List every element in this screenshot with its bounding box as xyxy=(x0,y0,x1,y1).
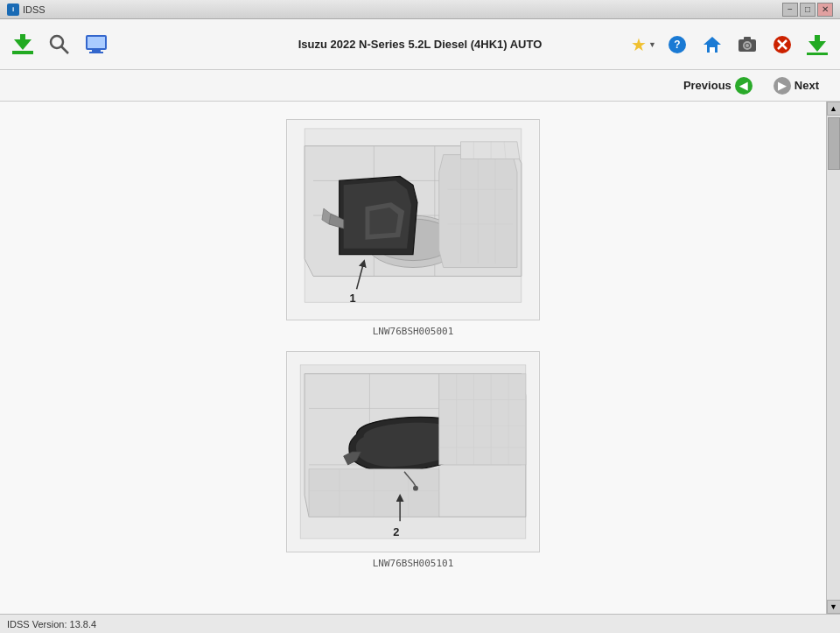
svg-text:1: 1 xyxy=(350,292,356,305)
window-controls: − □ ✕ xyxy=(782,3,833,17)
star-button[interactable]: ★ ▼ xyxy=(629,27,658,62)
scroll-down-button[interactable]: ▼ xyxy=(827,600,841,614)
diagram-block-2: 2 LNW76BSH005101 xyxy=(35,351,791,569)
svg-rect-7 xyxy=(92,49,101,52)
previous-button[interactable]: Previous ◀ xyxy=(676,74,760,98)
app-icon: i xyxy=(7,4,19,16)
diagram-caption-2: LNW76BSH005101 xyxy=(373,558,454,569)
title-text: Isuzu 2022 N-Series 5.2L Diesel (4HK1) A… xyxy=(298,38,542,51)
svg-point-59 xyxy=(413,486,418,491)
diagram-caption-1: LNW76BSH005001 xyxy=(373,326,454,337)
camera-icon xyxy=(737,34,758,55)
next-icon: ▶ xyxy=(774,77,791,95)
svg-text:?: ? xyxy=(674,39,680,51)
previous-icon: ◀ xyxy=(735,77,752,95)
svg-rect-6 xyxy=(88,37,105,48)
toolbar-right: ★ ▼ ? xyxy=(629,27,833,62)
next-label: Next xyxy=(794,79,819,92)
title-bar: i IDSS − □ ✕ xyxy=(0,0,840,19)
diagram-svg-2: 2 xyxy=(287,352,539,552)
svg-rect-8 xyxy=(89,52,103,53)
svg-rect-13 xyxy=(710,47,715,53)
svg-rect-1 xyxy=(20,34,25,42)
svg-point-16 xyxy=(746,44,749,47)
status-bar: IDSS Version: 13.8.4 xyxy=(0,614,840,633)
scroll-up-button[interactable]: ▲ xyxy=(827,102,841,116)
computer-icon xyxy=(85,33,108,56)
content-area: 1 LNW76BSH005001 xyxy=(0,102,840,614)
navigation-bar: Previous ◀ ▶ Next xyxy=(0,70,840,102)
svg-marker-11 xyxy=(704,37,721,45)
star-icon: ★ xyxy=(631,34,647,55)
version-text: IDSS Version: 13.8.4 xyxy=(7,619,96,629)
toolbar-title: Isuzu 2022 N-Series 5.2L Diesel (4HK1) A… xyxy=(298,38,542,51)
diagram-image-1: 1 xyxy=(286,119,540,320)
close-button[interactable]: ✕ xyxy=(817,3,833,17)
download-left-button[interactable] xyxy=(7,27,38,62)
star-dropdown-icon[interactable]: ▼ xyxy=(648,40,656,49)
diagram-block-1: 1 LNW76BSH005001 xyxy=(35,119,791,337)
search-icon xyxy=(48,33,71,56)
close-red-icon xyxy=(772,34,793,55)
previous-label: Previous xyxy=(683,79,732,92)
svg-line-4 xyxy=(61,46,68,53)
svg-rect-22 xyxy=(815,35,820,44)
scrollbar[interactable]: ▲ ▼ xyxy=(826,102,840,614)
maximize-button[interactable]: □ xyxy=(800,3,816,17)
scroll-thumb[interactable] xyxy=(828,117,840,170)
help-icon: ? xyxy=(667,34,688,55)
computer-button[interactable] xyxy=(80,27,112,62)
toolbar: Isuzu 2022 N-Series 5.2L Diesel (4HK1) A… xyxy=(0,19,840,70)
app-title: IDSS xyxy=(23,4,782,15)
minimize-button[interactable]: − xyxy=(782,3,798,17)
next-button[interactable]: ▶ Next xyxy=(766,74,826,98)
diagram-svg-1: 1 xyxy=(287,120,539,320)
svg-point-3 xyxy=(51,36,63,48)
download-right-button[interactable] xyxy=(802,27,833,62)
svg-rect-23 xyxy=(807,53,828,55)
toolbar-left xyxy=(7,27,112,62)
download-left-icon xyxy=(10,32,35,57)
home-icon xyxy=(702,34,723,55)
help-button[interactable]: ? xyxy=(662,27,693,62)
main-content: 1 LNW76BSH005001 xyxy=(0,102,826,614)
search-button[interactable] xyxy=(44,27,75,62)
svg-text:2: 2 xyxy=(393,525,399,538)
download-right-icon xyxy=(805,32,830,57)
camera-button[interactable] xyxy=(732,27,763,62)
svg-rect-2 xyxy=(12,51,33,54)
close-red-button[interactable] xyxy=(766,27,798,62)
home-button[interactable] xyxy=(696,27,728,62)
svg-rect-17 xyxy=(744,37,751,40)
diagram-image-2: 2 xyxy=(286,351,540,552)
